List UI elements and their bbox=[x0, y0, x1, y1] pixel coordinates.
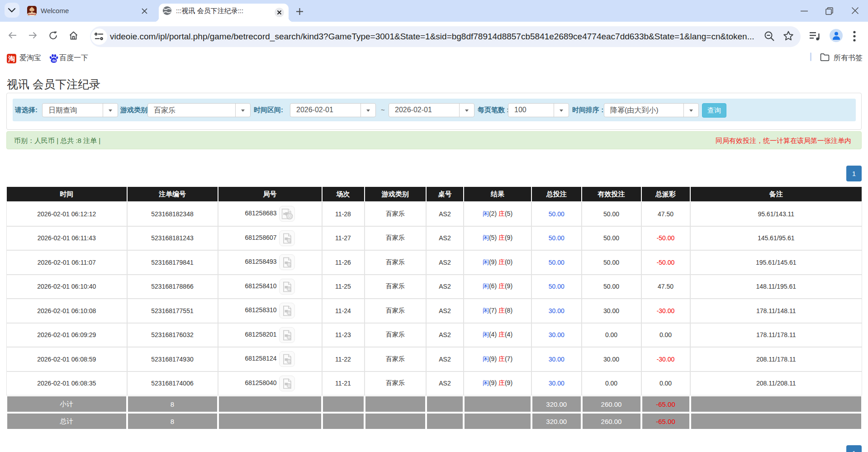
svg-text:du: du bbox=[52, 59, 56, 62]
